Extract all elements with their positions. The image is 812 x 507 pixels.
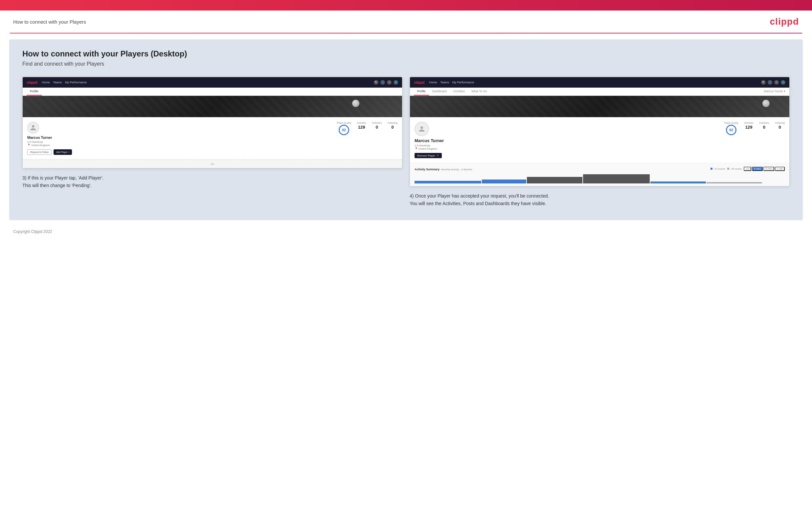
footer: Copyright Clippd 2022 — [0, 226, 812, 240]
right-activity-controls: On course Off course 1 yr 6 mths 3 mths … — [711, 167, 785, 171]
right-followers-value: 0 — [759, 125, 769, 130]
settings-icon[interactable]: ⚙ — [387, 80, 392, 84]
right-tab-user[interactable]: Marcus Turner ▾ — [764, 88, 785, 96]
right-search-icon[interactable]: 🔍 — [761, 80, 766, 84]
left-app-buttons: Request to Follow Add Player + — [27, 149, 337, 155]
right-activities-value: 129 — [744, 125, 754, 130]
search-icon[interactable]: 🔍 — [374, 80, 378, 84]
header-divider — [10, 33, 802, 34]
off-course-legend-label: Off course — [731, 168, 742, 170]
left-activities-value: 129 — [357, 125, 366, 130]
right-player-handicap: 1-5 Handicap — [414, 144, 724, 147]
on-course-legend-label: On course — [714, 168, 725, 170]
right-following-label: Following — [775, 122, 785, 124]
right-nav-home[interactable]: Home — [429, 81, 437, 84]
right-tab-what-to-on[interactable]: What To On — [468, 88, 490, 96]
right-app-tabs: Profile Dashboard Activities What To On … — [410, 88, 789, 96]
right-app-screenshot: clippd Home Teams My Performance 🔍 👤 ⚙ 🌐 — [410, 77, 790, 186]
left-followers-label: Followers — [372, 122, 382, 124]
right-nav-performance[interactable]: My Performance — [452, 81, 474, 84]
right-time-btns: 1 yr 6 mths 3 mths 1 mth — [744, 167, 785, 171]
add-player-button[interactable]: Add Player + — [54, 149, 72, 155]
clippd-logo: clippd — [770, 16, 799, 27]
request-follow-button[interactable]: Request to Follow — [27, 149, 52, 155]
right-hero-overlay — [410, 96, 789, 117]
right-settings-icon[interactable]: ⚙ — [774, 80, 779, 84]
left-hero-image — [23, 96, 402, 117]
right-screenshot-desc: 4) Once your Player has accepted your re… — [410, 192, 790, 207]
main-subtitle: Find and connect with your Players — [22, 61, 790, 67]
user-icon[interactable]: 👤 — [380, 80, 385, 84]
left-nav-performance[interactable]: My Performance — [65, 81, 87, 84]
left-profile-right: Player Quality 92 Activities 129 Followe… — [337, 122, 398, 135]
off-course-legend-dot — [727, 168, 729, 170]
top-bar — [0, 0, 812, 10]
left-app-nav: clippd Home Teams My Performance 🔍 👤 ⚙ 🌐 — [23, 77, 402, 88]
right-activities-label: Activities — [744, 122, 754, 124]
left-screenshot-desc: 3) If this is your Player tap, 'Add Play… — [22, 174, 402, 189]
left-nav-logo: clippd — [27, 80, 37, 84]
globe-icon[interactable]: 🌐 — [394, 80, 398, 84]
chart-bar-2 — [482, 179, 526, 183]
left-followers-stat: Followers 0 — [372, 122, 382, 130]
right-hero-image — [410, 96, 789, 117]
left-activities-label: Activities — [357, 122, 366, 124]
right-tab-activities[interactable]: Activities — [450, 88, 468, 96]
left-tab-profile[interactable]: Profile — [27, 88, 42, 96]
right-following-value: 0 — [775, 125, 785, 130]
right-followers-stat: Followers 0 — [759, 122, 769, 130]
chart-bar-4 — [583, 174, 650, 183]
right-tab-dashboard[interactable]: Dashboard — [429, 88, 450, 96]
left-quality-circle: 92 — [339, 125, 349, 135]
right-nav-teams[interactable]: Teams — [440, 81, 449, 84]
left-profile-left: Marcus Turner 1-5 Handicap 📍 United King… — [27, 122, 337, 155]
left-player-handicap: 1-5 Handicap — [27, 140, 337, 144]
right-activity-header: Activity Summary Monthly Activity - 6 Mo… — [414, 166, 785, 172]
right-activity-title-group: Activity Summary Monthly Activity - 6 Mo… — [414, 166, 472, 172]
left-app-tabs: Profile — [23, 88, 402, 96]
right-player-location: 📍 United Kingdom — [414, 147, 724, 150]
left-hero-overlay — [23, 96, 402, 117]
right-profile-right: Player Quality 92 Activities 129 Followe… — [724, 122, 785, 135]
remove-player-label: Remove Player — [417, 154, 435, 157]
left-followers-value: 0 — [372, 125, 382, 130]
right-nav-links: Home Teams My Performance — [429, 81, 757, 84]
time-btn-1mth[interactable]: 1 mth — [775, 167, 785, 171]
right-tab-profile[interactable]: Profile — [414, 88, 429, 96]
remove-player-tag[interactable]: Remove Player ✕ — [414, 153, 442, 158]
right-user-icon[interactable]: 👤 — [768, 80, 772, 84]
right-activity-section: Activity Summary Monthly Activity - 6 Mo… — [410, 163, 789, 186]
chart-bar-1 — [414, 181, 481, 183]
left-nav-links: Home Teams My Performance — [42, 81, 369, 84]
time-btn-1yr[interactable]: 1 yr — [744, 167, 752, 171]
header: How to connect with your Players clippd — [0, 10, 812, 33]
left-following-label: Following — [388, 122, 398, 124]
left-following-value: 0 — [388, 125, 398, 130]
right-hero-ball — [762, 100, 770, 107]
right-activity-legend: On course Off course — [711, 168, 742, 170]
right-profile-left: Marcus Turner 1-5 Handicap 📍 United King… — [414, 122, 724, 158]
left-quality-section: Player Quality 92 — [337, 122, 351, 135]
time-btn-6mths[interactable]: 6 mths — [752, 167, 763, 171]
left-screenshot-wrapper: clippd Home Teams My Performance 🔍 👤 ⚙ 🌐 — [22, 77, 402, 207]
scissors-icon: ✂ — [211, 161, 214, 167]
screenshots-row: clippd Home Teams My Performance 🔍 👤 ⚙ 🌐 — [22, 77, 790, 207]
left-nav-icons: 🔍 👤 ⚙ 🌐 — [374, 80, 398, 84]
right-profile-stats-row: Marcus Turner 1-5 Handicap 📍 United King… — [414, 122, 785, 158]
time-btn-3mths[interactable]: 3 mths — [763, 167, 774, 171]
right-activities-stat: Activities 129 — [744, 122, 754, 130]
left-app-profile: Marcus Turner 1-5 Handicap 📍 United King… — [23, 117, 402, 160]
right-followers-label: Followers — [759, 122, 769, 124]
location-pin-icon: 📍 — [27, 144, 31, 147]
left-hero-ball — [352, 100, 359, 107]
right-globe-icon[interactable]: 🌐 — [781, 80, 785, 84]
main-title: How to connect with your Players (Deskto… — [22, 49, 790, 58]
right-player-name: Marcus Turner — [414, 138, 724, 143]
remove-player-x-icon[interactable]: ✕ — [437, 154, 439, 157]
right-activity-subtitle: Monthly Activity - 6 Months — [441, 168, 472, 171]
left-nav-teams[interactable]: Teams — [53, 81, 62, 84]
left-nav-home[interactable]: Home — [42, 81, 50, 84]
right-location-pin-icon: 📍 — [414, 147, 418, 150]
left-player-name: Marcus Turner — [27, 135, 337, 139]
right-user-avatar-icon — [418, 126, 425, 132]
